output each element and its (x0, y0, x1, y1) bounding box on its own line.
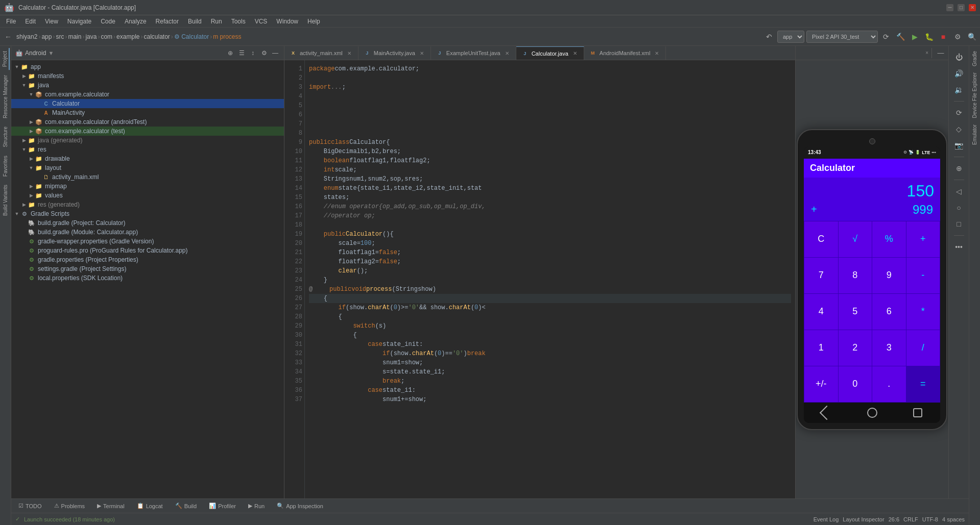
tab-logcat[interactable]: 📋 Logcat (132, 502, 168, 510)
tree-item-mipmap[interactable]: ▶ 📁 mipmap (11, 182, 284, 191)
panel-sort-button[interactable]: ↕ (248, 48, 257, 58)
device-close-button[interactable]: — (935, 47, 946, 59)
breadcrumb-java[interactable]: java (85, 33, 97, 40)
breadcrumb-com[interactable]: com (101, 33, 112, 40)
cursor-position[interactable]: 26:6 (889, 516, 899, 522)
expand-arrow-javagenerated[interactable]: ▶ (20, 138, 28, 143)
menu-file[interactable]: File (2, 17, 20, 26)
tree-item-calculator-class[interactable]: C Calculator (11, 99, 284, 108)
search-button[interactable]: 🔍 (966, 31, 978, 43)
tree-item-gradle-wrapper[interactable]: ⚙ gradle-wrapper.properties (Gradle Vers… (11, 237, 284, 246)
eraser-icon-button[interactable]: ◇ (952, 122, 966, 136)
close-androidmanifest-button[interactable]: ✕ (653, 49, 660, 57)
close-calculator-button[interactable]: ✕ (571, 50, 579, 57)
expand-arrow-layout[interactable]: ▼ (28, 165, 35, 170)
calc-btn-add[interactable]: + (906, 221, 940, 257)
circle-icon-button[interactable]: ○ (952, 201, 966, 215)
close-exampleunittest-button[interactable]: ✕ (504, 49, 511, 57)
tab-profiler[interactable]: 📊 Profiler (204, 502, 241, 510)
calc-btn-5[interactable]: 5 (839, 294, 872, 330)
tab-run[interactable]: ▶ Run (243, 502, 270, 510)
calc-btn-9[interactable]: 9 (872, 258, 906, 293)
calc-btn-percent[interactable]: % (872, 221, 906, 257)
tree-item-app[interactable]: ▼ 📁 app (11, 62, 284, 71)
close-button[interactable]: ✕ (969, 4, 976, 11)
tree-item-test[interactable]: ▶ 📦 com.example.calculator (test) (11, 127, 284, 136)
menu-view[interactable]: View (41, 17, 62, 26)
project-dropdown-arrow[interactable]: ▼ (48, 50, 54, 56)
debug-button[interactable]: 🐛 (923, 31, 935, 43)
calc-btn-sqrt[interactable]: √ (839, 221, 872, 257)
tree-item-drawable[interactable]: ▶ 📁 drawable (11, 154, 284, 163)
event-log-button[interactable]: Event Log (814, 516, 839, 522)
expand-arrow-test[interactable]: ▶ (28, 129, 35, 134)
expand-arrow-gradle[interactable]: ▼ (13, 211, 20, 216)
tree-item-gradle-props[interactable]: ⚙ gradle.properties (Project Properties) (11, 255, 284, 264)
run-arrow-button[interactable]: ↶ (763, 31, 775, 43)
tab-calculator-java[interactable]: J Calculator.java ✕ (516, 46, 584, 60)
breadcrumb-src[interactable]: src (56, 33, 64, 40)
expand-arrow-androidtest[interactable]: ▶ (28, 119, 35, 124)
panel-minimize-button[interactable]: — (271, 48, 280, 58)
tree-item-manifests[interactable]: ▶ 📁 manifests (11, 71, 284, 81)
rotate-icon-button[interactable]: ⟳ (952, 106, 966, 120)
encoding[interactable]: UTF-8 (922, 516, 938, 522)
breadcrumb-app[interactable]: app (41, 33, 52, 40)
settings-button[interactable]: ⚙ (951, 31, 964, 43)
tab-build[interactable]: 🔨 Build (170, 502, 202, 510)
breadcrumb-calculator[interactable]: calculator (144, 33, 170, 40)
tree-item-com-example[interactable]: ▼ 📦 com.example.calculator (11, 90, 284, 99)
tab-problems[interactable]: ⚠ Problems (49, 502, 90, 510)
expand-arrow-drawable[interactable]: ▶ (28, 156, 35, 161)
tab-activity-main-xml[interactable]: X activity_main.xml ✕ (284, 46, 358, 60)
menu-window[interactable]: Window (272, 17, 302, 26)
side-tab-emulator[interactable]: Emulator (971, 121, 978, 148)
calc-btn-1[interactable]: 1 (804, 330, 838, 366)
calc-btn-decimal[interactable]: . (872, 366, 906, 402)
side-tab-resource-manager[interactable]: Resource Manager (2, 72, 9, 121)
tree-item-activity-main-xml[interactable]: 🗋 activity_main.xml (11, 172, 284, 182)
menu-analyze[interactable]: Analyze (121, 17, 151, 26)
side-tab-gradle[interactable]: Gradle (971, 48, 978, 69)
tree-item-settings-gradle[interactable]: ⚙ settings.gradle (Project Settings) (11, 264, 284, 273)
menu-vcs[interactable]: VCS (251, 17, 272, 26)
side-tab-device-file-explorer[interactable]: Device File Explorer (971, 69, 978, 121)
calc-btn-6[interactable]: 6 (872, 294, 906, 330)
menu-refactor[interactable]: Refactor (152, 17, 183, 26)
square-icon-button[interactable]: □ (952, 217, 966, 231)
expand-arrow-java[interactable]: ▼ (20, 83, 28, 88)
menu-help[interactable]: Help (303, 17, 324, 26)
tree-item-build-gradle-project[interactable]: 🐘 build.gradle (Project: Calculator) (11, 218, 284, 228)
panel-locate-button[interactable]: ⊕ (226, 48, 235, 58)
calc-btn-equals[interactable]: = (906, 366, 940, 402)
code-content[interactable]: package com.example.calculator; import .… (305, 60, 795, 498)
tree-item-android-test[interactable]: ▶ 📦 com.example.calculator (androidTest) (11, 117, 284, 127)
tree-item-java[interactable]: ▼ 📁 java (11, 81, 284, 90)
device-select[interactable]: Pixel 2 API 30_test (806, 31, 878, 43)
calc-btn-plusminus[interactable]: +/- (804, 366, 838, 402)
breadcrumb-process-method[interactable]: m process (213, 33, 241, 40)
tree-item-values[interactable]: ▶ 📁 values (11, 191, 284, 200)
side-tab-build-variants[interactable]: Build Variants (2, 182, 9, 219)
calc-btn-minus[interactable]: - (906, 258, 940, 293)
tree-item-java-generated[interactable]: ▶ 📁 java (generated) (11, 136, 284, 145)
tree-item-local-props[interactable]: ⚙ local.properties (SDK Location) (11, 273, 284, 283)
back-nav-icon-button[interactable]: ◁ (952, 184, 966, 198)
back-toolbar-button[interactable]: ← (2, 31, 14, 43)
tab-app-inspection[interactable]: 🔍 App Inspection (272, 502, 328, 510)
nav-recents-button[interactable] (910, 405, 925, 420)
breadcrumb-example[interactable]: example (116, 33, 139, 40)
indent[interactable]: 4 spaces (942, 516, 965, 522)
calc-btn-2[interactable]: 2 (839, 330, 872, 366)
expand-arrow-resgenerated[interactable]: ▶ (20, 202, 28, 207)
tab-terminal[interactable]: ▶ Terminal (92, 502, 130, 510)
camera-icon-button[interactable]: 📷 (952, 138, 966, 153)
side-tab-project[interactable]: Project (1, 48, 10, 70)
tree-item-layout[interactable]: ▼ 📁 layout (11, 163, 284, 172)
tab-todo[interactable]: ☑ TODO (13, 502, 47, 510)
more-options-button[interactable]: ••• (952, 240, 966, 254)
run-config-select[interactable]: app (777, 31, 804, 43)
expand-arrow-package[interactable]: ▼ (28, 92, 35, 97)
close-mainactivity-button[interactable]: ✕ (418, 49, 425, 57)
nav-home-button[interactable] (865, 405, 880, 420)
